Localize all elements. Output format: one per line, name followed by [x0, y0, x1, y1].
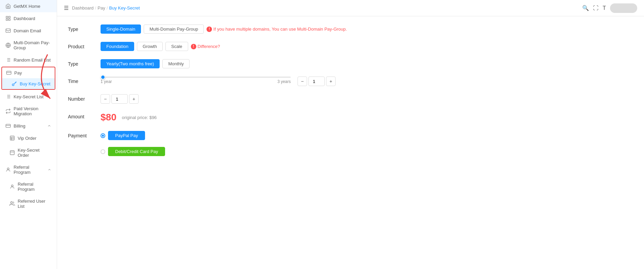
card-payment-row: Debit/Credit Card Pay [101, 147, 165, 156]
sidebar-item-vip-order[interactable]: Vip Order [0, 132, 57, 144]
svg-point-29 [7, 168, 9, 170]
billing-type-label: Type [68, 59, 95, 67]
font-icon[interactable]: T [603, 5, 606, 11]
sidebar-label-referral-program2: Referral Program [18, 182, 51, 192]
header-right: 🔍 ⛶ T [582, 3, 637, 13]
svg-point-31 [11, 202, 12, 203]
main-content: ☰ Dashboard / Pay / Buy Key-Secret 🔍 ⛶ T… [57, 0, 644, 269]
svg-point-14 [12, 84, 14, 86]
sidebar-item-getmx-home[interactable]: GetMX Home [0, 0, 57, 12]
time-stepper-input[interactable] [308, 77, 325, 86]
time-stepper-minus[interactable]: − [298, 77, 307, 86]
svg-rect-21 [6, 124, 10, 127]
breadcrumb-pay[interactable]: Pay [97, 5, 105, 11]
yearly-btn[interactable]: Yearly(Two months free) [101, 59, 160, 68]
sidebar-label-billing: Billing [14, 123, 25, 129]
svg-rect-12 [6, 71, 11, 74]
number-row: Number − + [68, 94, 633, 104]
sidebar-item-pay[interactable]: Pay [2, 67, 55, 78]
breadcrumb-sep1: / [95, 5, 96, 11]
sidebar-item-random-email[interactable]: Random Email List [0, 54, 57, 66]
sidebar-label-dashboard: Dashboard [14, 16, 35, 21]
time-slider-track[interactable] [101, 77, 291, 78]
svg-point-30 [11, 185, 13, 187]
sidebar-item-multi-domain[interactable]: Multi-Domain Pay-Group [0, 37, 57, 54]
number-stepper-input[interactable] [111, 94, 128, 104]
svg-rect-0 [6, 16, 8, 18]
number-stepper-minus[interactable]: − [101, 94, 110, 104]
card-pay-btn[interactable]: Debit/Credit Card Pay [108, 147, 165, 156]
growth-btn[interactable]: Growth [137, 42, 163, 51]
sidebar-label-random-email: Random Email List [14, 57, 51, 63]
monthly-btn[interactable]: Monthly [162, 59, 190, 68]
fullscreen-icon[interactable]: ⛶ [593, 5, 598, 11]
time-slider-thumb[interactable] [101, 75, 105, 80]
sidebar-item-dashboard[interactable]: Dashboard [0, 12, 57, 24]
sidebar-item-paid-version-migration[interactable]: Paid Version Migration [0, 103, 57, 120]
header-left: ☰ Dashboard / Pay / Buy Key-Secret [64, 5, 140, 11]
number-stepper-plus[interactable]: + [129, 94, 139, 104]
sidebar-item-buy-key-secret[interactable]: Buy Key-Secret [2, 78, 55, 89]
svg-rect-23 [10, 136, 14, 140]
sidebar-label-multi-domain: Multi-Domain Pay-Group [14, 40, 51, 50]
amount-display: $80 original price: $96 [101, 112, 157, 123]
single-domain-btn[interactable]: Single-Domain [101, 24, 141, 34]
user-avatar[interactable] [610, 3, 637, 13]
sidebar-label-vip-order: Vip Order [18, 136, 36, 141]
sidebar-item-key-secret-list[interactable]: Key-Secret List [0, 90, 57, 103]
time-slider-container: 1 year 3 years [101, 77, 291, 84]
hamburger-icon[interactable]: ☰ [64, 5, 69, 11]
number-controls: − + [101, 94, 139, 104]
amount-price: $80 [101, 112, 117, 123]
time-label: Time [68, 77, 95, 84]
breadcrumb-sep2: / [107, 5, 108, 11]
svg-rect-2 [8, 19, 10, 20]
pay-section-highlight: Pay Buy Key-Secret [1, 67, 55, 90]
product-row: Product Foundation Growth Scale ! Differ… [68, 42, 633, 51]
payment-row: Payment PayPal Pay Debit/Credit Card Pay [68, 131, 633, 159]
sidebar-label-key-secret-list: Key-Secret List [14, 94, 43, 99]
sidebar-item-billing[interactable]: Billing [0, 120, 57, 132]
multi-domain-pay-group-btn[interactable]: Multi-Domain Pay-Group [144, 24, 204, 34]
sidebar-label-buy-key-secret: Buy Key-Secret [20, 81, 50, 86]
foundation-btn[interactable]: Foundation [101, 42, 134, 51]
sidebar-label-pay: Pay [14, 70, 22, 75]
amount-label: Amount [68, 112, 95, 119]
sidebar-item-referral-program2[interactable]: Referral Program [0, 178, 57, 195]
product-difference-text[interactable]: Difference? [198, 44, 220, 49]
sidebar-item-domain-email[interactable]: Domain Email [0, 24, 57, 37]
time-stepper-plus[interactable]: + [326, 77, 336, 86]
sidebar-label-referral-program: Referral Program [14, 165, 45, 175]
time-row: Time 1 year 3 years − + [68, 77, 633, 86]
paypal-payment-row: PayPal Pay [101, 131, 145, 140]
slider-label-max: 3 years [278, 79, 291, 84]
sidebar-item-key-secret-order[interactable]: Key-Secret Order [0, 144, 57, 161]
paypal-radio[interactable] [101, 133, 105, 138]
type-label: Type [68, 24, 95, 32]
payment-options: PayPal Pay Debit/Credit Card Pay [101, 131, 165, 159]
amount-original: original price: $96 [122, 115, 157, 120]
paypal-pay-btn[interactable]: PayPal Pay [108, 131, 145, 140]
breadcrumb-current: Buy Key-Secret [109, 5, 140, 11]
sidebar-item-referred-user-list[interactable]: Referred User List [0, 195, 57, 212]
time-stepper: − + [298, 77, 336, 86]
search-icon[interactable]: 🔍 [582, 5, 589, 11]
slider-label-min: 1 year [101, 79, 112, 84]
sidebar: GetMX Home Dashboard Domain Email Multi-… [0, 0, 57, 269]
slider-labels: 1 year 3 years [101, 79, 291, 84]
svg-rect-1 [8, 16, 10, 18]
scale-btn[interactable]: Scale [165, 42, 188, 51]
number-stepper: − + [101, 94, 139, 104]
sidebar-label-referred-user-list: Referred User List [18, 199, 51, 209]
svg-rect-3 [6, 19, 8, 20]
type-controls: Single-Domain Multi-Domain Pay-Group ! I… [101, 24, 347, 34]
breadcrumb-dashboard[interactable]: Dashboard [72, 5, 94, 11]
chevron-up-icon [47, 124, 51, 128]
amount-row: Amount $80 original price: $96 [68, 112, 633, 123]
svg-rect-27 [10, 151, 14, 155]
sidebar-label-getmx-home: GetMX Home [14, 4, 40, 9]
sidebar-item-referral-program[interactable]: Referral Program [0, 161, 57, 178]
card-radio[interactable] [101, 149, 105, 154]
sidebar-label-key-secret-order: Key-Secret Order [18, 148, 51, 158]
payment-label: Payment [68, 131, 95, 138]
